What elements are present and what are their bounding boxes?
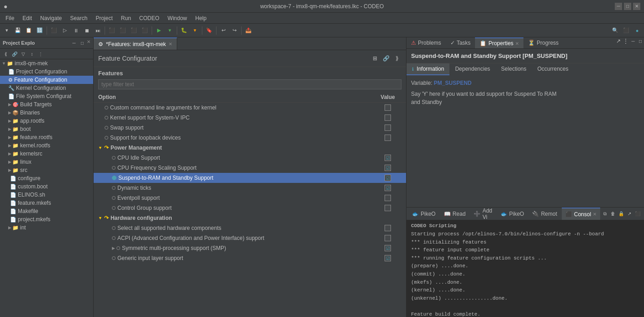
toolbar-new-button[interactable]: ▾: [2, 26, 12, 36]
bottom-tab-addvi[interactable]: ➕ Add Vi: [470, 208, 496, 220]
checkbox-cpu-idle[interactable]: ☑: [385, 155, 391, 161]
tree-item-feature-config[interactable]: ⚙ Feature Configuration: [0, 76, 93, 84]
menu-codeo[interactable]: CODEO: [136, 14, 163, 22]
fc-nav-button[interactable]: ⟫: [392, 54, 401, 63]
tree-item-kernel-rootfs[interactable]: ▶ 📁 kernel.rootfs: [0, 141, 93, 150]
tree-item-int[interactable]: ▶ 📁 int: [0, 223, 93, 232]
toolbar-btn-6[interactable]: ⬛: [107, 26, 117, 36]
checkbox-eventpoll[interactable]: [385, 195, 391, 201]
bottom-tab-pikeo-1[interactable]: 🐟 PikeO: [408, 208, 439, 220]
toolbar-view-button[interactable]: ⬛: [621, 26, 631, 36]
bottom-tab-remot[interactable]: 🔌 Remot: [528, 208, 560, 220]
checkbox-select-hw[interactable]: [385, 225, 391, 231]
checkbox-cgroup[interactable]: [385, 205, 391, 211]
toolbar-run-button[interactable]: ▶: [154, 26, 164, 36]
toolbar-export-button[interactable]: 📤: [243, 26, 253, 36]
row-kernel-ipc[interactable]: Kernel support for System-V IPC: [94, 113, 406, 123]
toolbar-btn-3[interactable]: ⏸: [71, 26, 81, 36]
tree-item-makefile[interactable]: 📄 Makefile: [0, 207, 93, 215]
left-panel-minimize[interactable]: ─: [70, 39, 78, 47]
prop-tab-selections[interactable]: Selections: [496, 63, 532, 75]
toolbar-btn-7[interactable]: ⬛: [118, 26, 128, 36]
tree-item-feature-mkefs[interactable]: 📄 feature.mkefs: [0, 199, 93, 207]
menu-window[interactable]: Window: [164, 14, 191, 22]
tree-item-src[interactable]: ▶ 📁 src: [0, 166, 93, 174]
left-panel-maximize[interactable]: □: [79, 39, 86, 47]
row-eventpoll[interactable]: Eventpoll support: [94, 193, 406, 203]
checkbox-cpu-freq[interactable]: ☑: [385, 165, 391, 171]
tree-item-linux[interactable]: ▶ 📁 linux: [0, 158, 93, 166]
menu-navigate[interactable]: Navigate: [37, 14, 65, 22]
toolbar-btn-9[interactable]: ⬛: [140, 26, 150, 36]
row-cgroup[interactable]: Control Group support: [94, 203, 406, 213]
tree-item-kernelsrc[interactable]: ▶ 📁 kernelsrc: [0, 150, 93, 158]
tree-item-project-mkefs[interactable]: 📄 project.mkefs: [0, 215, 93, 223]
console-scroll-lock[interactable]: 🔒: [618, 210, 625, 218]
checkbox-ipc[interactable]: [385, 114, 391, 121]
tree-item-custom-boot[interactable]: 📄 custom.boot: [0, 182, 93, 191]
center-tab-close[interactable]: ✕: [169, 42, 172, 47]
toolbar-redo-button[interactable]: ↪: [229, 26, 239, 36]
menu-file[interactable]: File: [2, 14, 18, 22]
tree-collapse-all[interactable]: ⟪: [2, 50, 10, 58]
section-hardware[interactable]: ▼ ↷ Hardware configuration: [94, 213, 406, 223]
toolbar-btn-8[interactable]: ⬛: [129, 26, 139, 36]
toolbar-btn-4[interactable]: ⏹: [82, 26, 92, 36]
toolbar-debug-dropdown[interactable]: ▾: [190, 26, 200, 36]
maximize-button[interactable]: □: [624, 3, 631, 10]
toolbar-save-button[interactable]: 💾: [13, 26, 23, 36]
menu-run[interactable]: Run: [117, 14, 135, 22]
menu-edit[interactable]: Edit: [19, 14, 36, 22]
tree-item-feature-rootfs[interactable]: ▶ 📁 feature.rootfs: [0, 133, 93, 141]
toolbar-avatar-button[interactable]: ●: [632, 26, 642, 36]
tree-item-boot[interactable]: ▶ 📁 boot: [0, 125, 93, 133]
row-smp[interactable]: ▶ Symmetric multi-processing support (SM…: [94, 243, 406, 253]
right-panel-new-window[interactable]: ↗: [615, 37, 622, 45]
tree-item-binaries[interactable]: ▶ 📦 Binaries: [0, 109, 93, 117]
row-custom-cmdline[interactable]: Custom command line arguments for kernel: [94, 103, 406, 113]
menu-search[interactable]: Search: [66, 14, 91, 22]
row-suspend[interactable]: Suspend-to-RAM and Standby Support ☑: [94, 173, 406, 183]
checkbox-suspend[interactable]: ☑: [385, 175, 391, 181]
tree-item-app-rootfs[interactable]: ▶ 📁 app.rootfs: [0, 117, 93, 125]
toolbar-btn-2[interactable]: ▷: [60, 26, 70, 36]
checkbox-smp[interactable]: ☑: [385, 245, 391, 251]
prop-tab-deps[interactable]: Dependencies: [449, 63, 496, 75]
right-panel-minimize[interactable]: ─: [629, 37, 637, 45]
checkbox-acpi[interactable]: [385, 235, 391, 241]
checkbox-loopback[interactable]: [385, 135, 391, 141]
toolbar-bookmark-button[interactable]: 🔖: [204, 26, 214, 36]
right-panel-maximize[interactable]: □: [637, 37, 644, 45]
toolbar-search-button[interactable]: 🔍: [610, 26, 620, 36]
console-copy-button[interactable]: ⧉: [601, 210, 608, 218]
toolbar-run-dropdown[interactable]: ▾: [165, 26, 175, 36]
tree-item-kernel-config[interactable]: 🔧 Kernel Configuration: [0, 84, 93, 92]
console-menu[interactable]: ⋮: [642, 210, 644, 218]
center-tab-features[interactable]: ⚙ *Features: imx8-qm-mek ✕: [94, 37, 177, 50]
right-tab-tasks[interactable]: ✓ Tasks: [446, 37, 475, 48]
fc-link-button[interactable]: 🔗: [381, 54, 391, 63]
toolbar-btn-5[interactable]: ⏭: [93, 26, 103, 36]
console-export-button[interactable]: ↗: [626, 210, 633, 218]
checkbox-generic[interactable]: ☑: [385, 255, 391, 261]
checkbox-cmdline[interactable]: [385, 104, 391, 111]
toolbar-btn-1[interactable]: ⬛: [49, 26, 59, 36]
row-loopback[interactable]: Support for loopback devices: [94, 133, 406, 143]
tree-item-build-targets[interactable]: ▶ 🎯 Build Targets: [0, 100, 93, 109]
prop-tab-info[interactable]: ℹ Information: [406, 63, 449, 75]
console-new-window[interactable]: ⬛: [634, 210, 641, 218]
tree-item-configure[interactable]: 📄 configure: [0, 174, 93, 182]
checkbox-ticks[interactable]: ☑: [385, 185, 391, 191]
fc-grid-button[interactable]: ⊞: [370, 54, 380, 63]
console-clear-button[interactable]: 🗑: [609, 210, 617, 218]
close-button[interactable]: ✕: [633, 3, 640, 10]
right-tab-properties[interactable]: 📋 Properties ✕: [475, 37, 523, 48]
row-acpi[interactable]: ACPI (Advanced Configuration and Power I…: [94, 233, 406, 243]
tree-sync[interactable]: ↕: [28, 50, 36, 58]
row-cpu-freq[interactable]: CPU Frequency Scaling Support ☑: [94, 163, 406, 173]
consol-close-icon[interactable]: ✕: [593, 212, 596, 217]
menu-help[interactable]: Help: [192, 14, 211, 22]
right-tab-problems[interactable]: ⚠ Problems: [406, 37, 446, 48]
right-tab-progress[interactable]: ⏳ Progress: [523, 37, 563, 48]
tree-filter[interactable]: ▽: [19, 50, 27, 58]
